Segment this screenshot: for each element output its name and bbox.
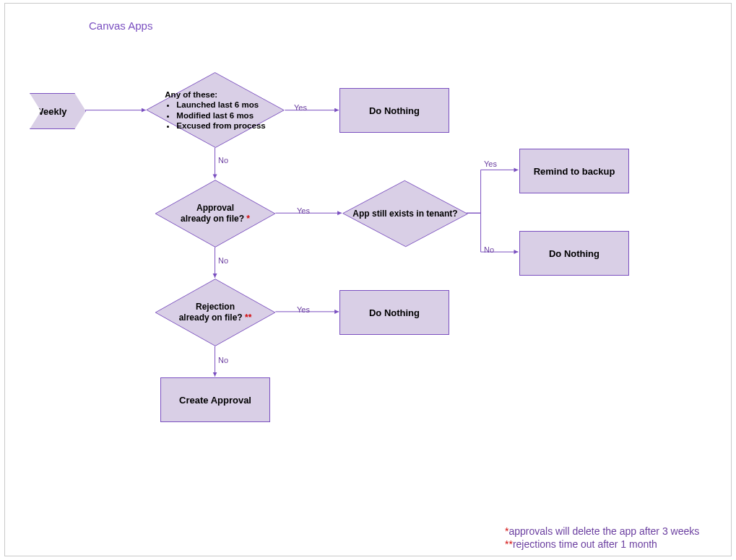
decision1-item: Launched last 6 mos xyxy=(176,100,265,110)
process-label: Create Approval xyxy=(179,395,251,406)
decision-rejection-on-file: Rejection already on file? ** xyxy=(155,279,276,346)
decision-app-exists: App still exists in tenant? xyxy=(341,180,469,248)
start-weekly: Weekly xyxy=(30,93,86,129)
footnote-2-mark: ** xyxy=(505,538,513,550)
edge-no-4: No xyxy=(218,356,228,364)
edge-no-2: No xyxy=(218,256,228,265)
footnote-2-text: rejections time out after 1 month xyxy=(513,538,657,550)
d4-line2: already on file? xyxy=(179,312,245,323)
process-do-nothing-2: Do Nothing xyxy=(519,231,629,276)
edge-yes-4: Yes xyxy=(297,305,310,314)
footnote-2: **rejections time out after 1 month xyxy=(505,538,657,550)
footnote-1-text: approvals will delete the app after 3 we… xyxy=(508,525,699,537)
decision1-item: Excused from process xyxy=(176,121,265,131)
decision-any-of-these: Any of these: Launched last 6 mos Modifi… xyxy=(146,72,285,148)
process-remind-backup: Remind to backup xyxy=(519,149,629,193)
edge-yes-1: Yes xyxy=(294,103,307,112)
decision1-item: Modified last 6 mos xyxy=(176,110,265,121)
connectors-layer xyxy=(5,4,731,556)
process-do-nothing-1: Do Nothing xyxy=(339,88,449,133)
edge-no-3: No xyxy=(484,245,494,254)
process-label: Do Nothing xyxy=(549,248,599,259)
edge-yes-2: Yes xyxy=(297,206,310,215)
d3-label: App still exists in tenant? xyxy=(352,209,457,219)
edge-no-1: No xyxy=(218,156,228,165)
diagram-title: Canvas Apps xyxy=(89,19,152,32)
decision1-header: Any of these: xyxy=(165,89,265,100)
process-label: Do Nothing xyxy=(369,105,420,116)
d2-line2: already on file? xyxy=(181,214,246,224)
process-do-nothing-3: Do Nothing xyxy=(339,290,449,335)
decision-approval-on-file: Approval already on file? * xyxy=(155,180,276,248)
process-create-approval: Create Approval xyxy=(160,377,270,422)
d2-mark: * xyxy=(246,214,250,224)
d4-line1: Rejection xyxy=(196,302,235,312)
process-label: Do Nothing xyxy=(369,307,420,318)
d4-mark: ** xyxy=(245,312,251,323)
decision1-list: Launched last 6 mos Modified last 6 mos … xyxy=(165,100,265,131)
d2-line1: Approval xyxy=(196,203,234,213)
footnote-1: *approvals will delete the app after 3 w… xyxy=(505,525,699,537)
edge-yes-3: Yes xyxy=(484,159,497,168)
start-label: Weekly xyxy=(35,106,67,117)
diagram-frame: Canvas Apps Weekly Any of thes xyxy=(4,3,732,556)
process-label: Remind to backup xyxy=(534,166,615,177)
